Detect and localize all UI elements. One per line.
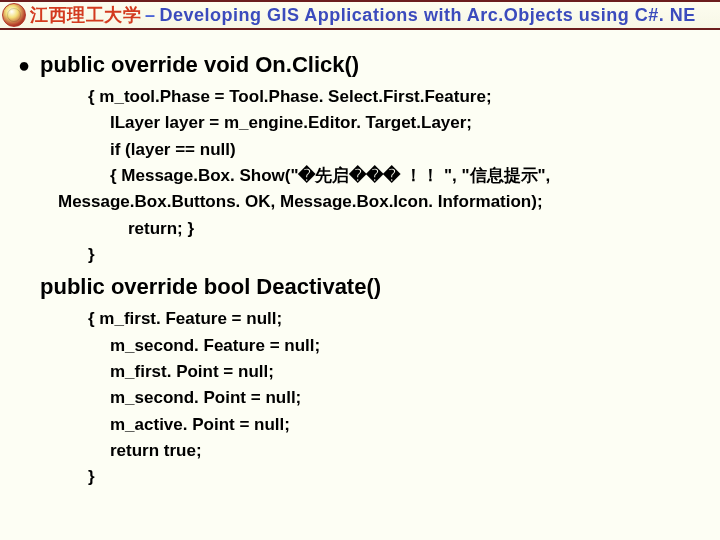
- method-signature-onclick: public override void On.Click(): [40, 52, 359, 78]
- code-line: { Message.Box. Show("�先启��� ！！ ", "信息提示"…: [110, 163, 702, 189]
- code-line: Message.Box.Buttons. OK, Message.Box.Ico…: [58, 189, 702, 215]
- code-line: { m_tool.Phase = Tool.Phase. Select.Firs…: [88, 84, 702, 110]
- code-line: return; }: [128, 216, 702, 242]
- header-dash: –: [145, 5, 156, 26]
- code-line: m_first. Point = null;: [110, 359, 702, 385]
- code-block-deactivate: { m_first. Feature = null; m_second. Fea…: [88, 306, 702, 490]
- university-logo-icon: [2, 3, 26, 27]
- slide-header: 江西理工大学 – Developing GIS Applications wit…: [0, 0, 720, 30]
- code-line: m_active. Point = null;: [110, 412, 702, 438]
- code-line: m_second. Feature = null;: [110, 333, 702, 359]
- code-line: if (layer == null): [110, 137, 702, 163]
- method-signature-deactivate: public override bool Deactivate(): [40, 274, 702, 300]
- code-block-onclick: { m_tool.Phase = Tool.Phase. Select.Firs…: [88, 84, 702, 268]
- slide-content: ● public override void On.Click() { m_to…: [0, 30, 720, 491]
- code-line: m_second. Point = null;: [110, 385, 702, 411]
- code-line: ILayer layer = m_engine.Editor. Target.L…: [110, 110, 702, 136]
- code-line: }: [88, 242, 702, 268]
- bullet-row-onclick: ● public override void On.Click(): [18, 52, 702, 78]
- bullet-icon: ●: [18, 55, 30, 75]
- code-line: { m_first. Feature = null;: [88, 306, 702, 332]
- university-name: 江西理工大学: [30, 3, 141, 27]
- code-line: }: [88, 464, 702, 490]
- slide-title: Developing GIS Applications with Arc.Obj…: [160, 5, 696, 26]
- code-line: return true;: [110, 438, 702, 464]
